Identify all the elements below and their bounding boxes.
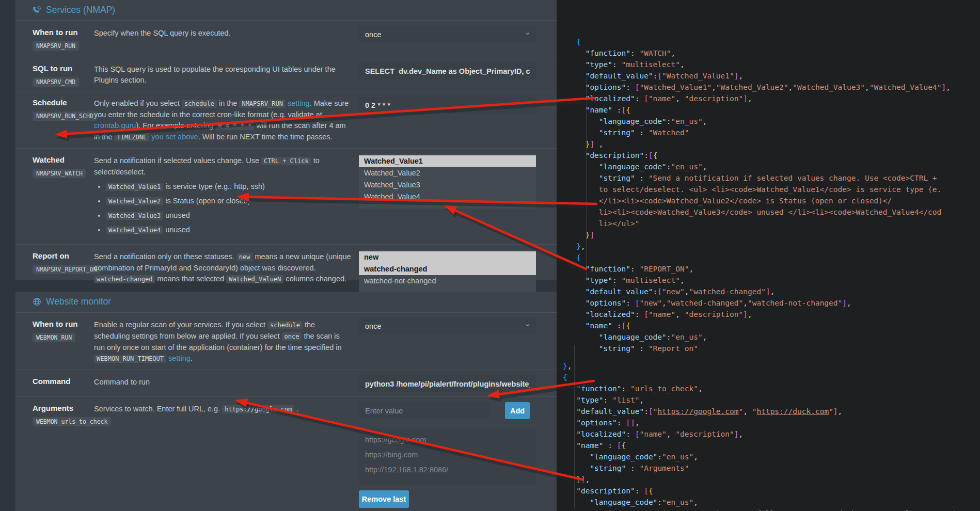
- code-line: "localized": ["name", "description"],: [563, 309, 980, 320]
- setting-code-badge: WEBMON_RUN: [33, 333, 75, 342]
- setting-row-webmon-run: When to run WEBMON_RUN Enable a regular …: [15, 312, 557, 370]
- multiselect-option[interactable]: Watched_Value4: [359, 191, 536, 203]
- code-line: "localized": ["name", "description"],: [563, 428, 980, 440]
- code-line: "function": "urls_to_check",: [563, 383, 980, 394]
- chevron-down-icon: ⌄: [524, 27, 531, 37]
- code-line: "default_value":["https://google.com", "…: [563, 406, 980, 417]
- setting-label: Schedule: [33, 98, 94, 107]
- watched-multiselect[interactable]: Watched_Value1Watched_Value2Watched_Valu…: [359, 154, 536, 209]
- services-nmap-panel: Services (NMAP) When to run NMAPSRV_RUN …: [15, 0, 557, 280]
- code-line: "default_value":["Watched_Value1"],: [563, 70, 980, 82]
- code-line: "options": ["new","watched-changed","wat…: [563, 297, 980, 309]
- code-line: "string" : "Report on": [563, 343, 980, 354]
- inline-link[interactable]: setting: [288, 99, 310, 107]
- code-line: li></ul>": [563, 218, 980, 229]
- indent-guide: [586, 77, 587, 281]
- code-line: "description":[{: [563, 150, 980, 161]
- code-line: }] ,: [563, 138, 980, 150]
- code-line: {: [563, 372, 980, 383]
- setting-label: Report on: [33, 251, 94, 260]
- multiselect-option[interactable]: watched-not-changed: [359, 275, 536, 287]
- panel-header: Services (NMAP): [15, 0, 557, 21]
- code-line: "language_code":"en_us",: [563, 116, 980, 127]
- url-value-input[interactable]: [359, 402, 489, 419]
- setting-description: Specify when the SQL query is executed.: [94, 21, 359, 57]
- code-line: "name" : [{: [563, 440, 980, 451]
- inline-link[interactable]: crontab.guru: [94, 121, 136, 130]
- url-list[interactable]: https://google.comhttps://bing.comhttp:/…: [359, 428, 536, 485]
- code-line: "type": "multiselect",: [563, 275, 980, 286]
- nmapsrv-run-select[interactable]: once ⌄: [359, 26, 536, 43]
- setting-description: Services to watch. Enter full URL, e.g. …: [94, 397, 359, 511]
- setting-description: This SQL query is used to populate the c…: [94, 57, 359, 91]
- add-button[interactable]: Add: [505, 402, 530, 419]
- url-list-entry[interactable]: http://192.168.1.82:8086/: [365, 462, 530, 477]
- code-line: "string" : "Watched": [563, 127, 980, 138]
- inline-code: Watched_Value3: [106, 212, 163, 220]
- inline-link[interactable]: setting: [168, 354, 191, 362]
- setting-row-nmapsrv-run: When to run NMAPSRV_RUN Specify when the…: [15, 21, 557, 57]
- setting-description: Only enabled if you select schedule in t…: [94, 91, 359, 148]
- multiselect-option[interactable]: watched-changed: [359, 263, 536, 275]
- setting-label: SQL to run: [33, 64, 94, 73]
- inline-code: Watched_ValueN: [226, 275, 283, 283]
- remove-last-button[interactable]: Remove last: [359, 490, 409, 508]
- code-line: }],: [563, 474, 980, 485]
- webmon-run-select[interactable]: once ⌄: [359, 318, 536, 334]
- code-line: "name" :[{: [563, 104, 980, 116]
- code-line: to select/deselect. <ul> <li><code>Watch…: [563, 184, 980, 195]
- description-text: Send a notification if selected values c…: [94, 155, 351, 178]
- inline-code: TIMEZONE: [115, 133, 150, 141]
- globe-icon: [33, 297, 41, 306]
- multiselect-option[interactable]: Watched_Value3: [359, 179, 536, 191]
- inline-code: Watched_Value2: [106, 197, 163, 205]
- code-line: },: [563, 360, 980, 372]
- inline-code: WEBMON_RUN_TIMEOUT: [94, 355, 166, 363]
- inline-code: https://google.com: [222, 405, 294, 413]
- setting-label: Watched: [33, 155, 94, 164]
- setting-code-badge: NMAPSRV_CMD: [33, 77, 79, 87]
- multiselect-option[interactable]: Watched_Value2: [359, 167, 536, 179]
- inline-code: NMAPSRV_RUN: [239, 100, 285, 108]
- website-monitor-panel: Website monitor When to run WEBMON_RUN E…: [15, 292, 557, 511]
- panel-header: Website monitor: [15, 292, 557, 312]
- code-line: {: [563, 36, 980, 47]
- code-line: "type": "multiselect",: [563, 59, 980, 70]
- indent-guide: [574, 345, 575, 508]
- chevron-down-icon: ⌄: [524, 319, 531, 328]
- code-line: "language_code":"en_us",: [563, 451, 980, 462]
- code-line: "options": ["Watched_Value1","Watched_Va…: [563, 82, 980, 93]
- list-item: Watched_Value4 unused: [106, 225, 351, 236]
- code-line: </li><li><code>Watched_Value2</code> is …: [563, 195, 980, 206]
- panel-title: Website monitor: [46, 296, 111, 307]
- multiselect-option[interactable]: Watched_Value1: [359, 155, 536, 167]
- code-line: "function": "REPORT_ON",: [563, 263, 980, 275]
- code-line: "default_value":["new","watched-changed"…: [563, 286, 980, 297]
- code-line: },: [563, 241, 980, 252]
- setting-row-webmon-command: Command Command to run: [15, 370, 557, 396]
- webmon-command-input[interactable]: [359, 375, 536, 392]
- nmapsrv-cmd-input[interactable]: [359, 62, 536, 79]
- code-line: "localized": ["name", "description"],: [563, 93, 980, 104]
- setting-code-badge: NMAPSRV_RUN_SCHD: [33, 111, 97, 121]
- code-line: "type": "list",: [563, 394, 980, 406]
- setting-label: When to run: [33, 320, 94, 328]
- code-line: }]: [563, 229, 980, 241]
- nmapsrv-schedule-input[interactable]: [359, 97, 536, 114]
- setting-row-nmapsrv-cmd: SQL to run NMAPSRV_CMD This SQL query is…: [15, 57, 557, 91]
- code-editor[interactable]: { "function": "WATCH", "type": "multisel…: [557, 0, 980, 511]
- select-value: once: [365, 322, 381, 330]
- code-line: "name" :[{: [563, 320, 980, 331]
- code-line: "function": "WATCH",: [563, 47, 980, 59]
- setting-label: When to run: [33, 28, 94, 37]
- list-item: Watched_Value3 unused: [106, 210, 351, 221]
- setting-code-badge: NMAPSRV_WATCH: [33, 169, 86, 178]
- multiselect-option[interactable]: new: [359, 251, 536, 263]
- phone-volume-icon: [33, 6, 41, 14]
- url-list-entry[interactable]: https://google.com: [365, 433, 530, 448]
- inline-link[interactable]: you set above: [151, 133, 198, 141]
- code-line: "language_code":"en_us",: [563, 161, 980, 172]
- url-list-entry[interactable]: https://bing.com: [365, 448, 530, 462]
- setting-label: Command: [33, 377, 94, 386]
- code-line: "description": [{: [563, 485, 980, 497]
